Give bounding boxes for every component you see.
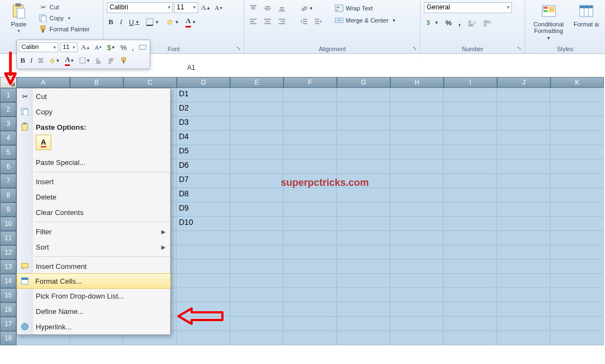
cell[interactable]	[444, 317, 497, 331]
cell[interactable]	[337, 188, 390, 202]
cell[interactable]	[284, 217, 337, 231]
cell[interactable]	[337, 145, 390, 159]
cell[interactable]	[284, 245, 337, 260]
cell[interactable]	[551, 217, 604, 231]
cell[interactable]	[284, 188, 337, 202]
cell[interactable]	[284, 288, 337, 302]
align-bottom-button[interactable]	[276, 3, 287, 13]
row-header[interactable]: 16	[0, 302, 17, 317]
cell[interactable]	[337, 245, 390, 260]
cell[interactable]: D10	[177, 217, 230, 231]
ctx-hyperlink[interactable]: Hyperlink...	[17, 319, 170, 334]
cell[interactable]	[390, 202, 444, 217]
cell[interactable]	[230, 174, 284, 188]
row-header[interactable]: 8	[0, 188, 17, 202]
cut-button[interactable]: ✂ Cut	[36, 2, 92, 12]
cell[interactable]	[230, 159, 284, 174]
underline-button[interactable]: U▼	[127, 17, 141, 27]
cell[interactable]	[497, 231, 551, 245]
row-header[interactable]: 12	[0, 245, 17, 260]
cell[interactable]	[230, 217, 284, 231]
mini-font-color[interactable]: A▼	[63, 54, 76, 67]
col-header[interactable]: K	[551, 77, 604, 88]
cell[interactable]	[284, 145, 337, 159]
cell[interactable]	[497, 317, 551, 331]
cell[interactable]	[497, 274, 551, 288]
grow-font-button[interactable]: A▲	[199, 2, 212, 13]
col-header[interactable]: H	[390, 77, 444, 88]
mini-font-name[interactable]: Calibri	[19, 42, 58, 52]
cell[interactable]	[230, 302, 284, 317]
col-header[interactable]: D	[177, 77, 230, 88]
number-format-select[interactable]: General	[424, 2, 512, 13]
cell[interactable]	[390, 188, 444, 202]
cell[interactable]	[444, 88, 497, 102]
cell[interactable]	[551, 145, 604, 159]
alignment-dialog-launcher[interactable]: ⤡	[411, 44, 418, 52]
cell[interactable]	[230, 131, 284, 145]
paste-option-all[interactable]: A	[36, 135, 51, 150]
shrink-font-button[interactable]: A▼	[213, 3, 225, 12]
mini-dec-decimal[interactable]: .00.0	[106, 56, 117, 65]
cell[interactable]	[284, 88, 337, 102]
cell[interactable]	[284, 274, 337, 288]
row-header[interactable]: 11	[0, 231, 17, 245]
cell[interactable]	[444, 117, 497, 131]
cell[interactable]	[390, 260, 444, 274]
cell[interactable]	[230, 288, 284, 302]
ctx-define-name[interactable]: Define Name...	[17, 304, 170, 319]
row-header[interactable]: 1	[0, 88, 17, 102]
cell[interactable]	[497, 174, 551, 188]
cell[interactable]	[284, 231, 337, 245]
cell[interactable]	[497, 331, 551, 345]
ctx-clear-contents[interactable]: Clear Contents	[17, 205, 170, 220]
cell[interactable]	[551, 131, 604, 145]
row-header[interactable]: 7	[0, 174, 17, 188]
format-as-table-button[interactable]: Format as Table	[571, 1, 602, 29]
cell[interactable]: D7	[177, 174, 230, 188]
cell[interactable]	[337, 260, 390, 274]
col-header[interactable]: C	[123, 77, 177, 88]
row-header[interactable]: 6	[0, 159, 17, 174]
cell[interactable]	[284, 202, 337, 217]
cell[interactable]	[551, 274, 604, 288]
cell[interactable]	[390, 117, 444, 131]
cell[interactable]	[337, 159, 390, 174]
cell[interactable]	[230, 117, 284, 131]
cell[interactable]	[444, 131, 497, 145]
cell[interactable]	[551, 288, 604, 302]
cell[interactable]	[444, 260, 497, 274]
cell[interactable]: D3	[177, 117, 230, 131]
cell[interactable]	[390, 102, 444, 117]
cell[interactable]	[444, 145, 497, 159]
ctx-insert-comment[interactable]: Insert Comment	[17, 258, 170, 274]
row-header[interactable]: 2	[0, 102, 17, 117]
cell[interactable]: D9	[177, 202, 230, 217]
cell[interactable]	[497, 131, 551, 145]
cell[interactable]	[230, 102, 284, 117]
cell[interactable]	[390, 231, 444, 245]
cell[interactable]	[390, 174, 444, 188]
cell[interactable]	[284, 117, 337, 131]
cell[interactable]	[444, 202, 497, 217]
mini-shrink-font[interactable]: A▼	[93, 43, 103, 52]
cell[interactable]	[497, 302, 551, 317]
fill-color-button[interactable]: ▼	[164, 17, 181, 27]
cell[interactable]	[230, 260, 284, 274]
cell[interactable]	[444, 245, 497, 260]
copy-button[interactable]: Copy ▼	[36, 13, 92, 23]
cell[interactable]: D5	[177, 145, 230, 159]
cell[interactable]	[337, 274, 390, 288]
cell[interactable]	[177, 288, 230, 302]
col-header[interactable]: I	[444, 77, 497, 88]
row-header[interactable]: 4	[0, 131, 17, 145]
cell[interactable]	[551, 260, 604, 274]
cell[interactable]	[444, 231, 497, 245]
cell[interactable]	[497, 159, 551, 174]
cell[interactable]	[230, 245, 284, 260]
align-right-button[interactable]	[276, 16, 287, 26]
cell[interactable]	[230, 202, 284, 217]
orientation-button[interactable]: ab▼	[298, 3, 315, 13]
wrap-text-button[interactable]: abc Wrap Text	[333, 3, 399, 13]
cell[interactable]	[177, 331, 230, 345]
